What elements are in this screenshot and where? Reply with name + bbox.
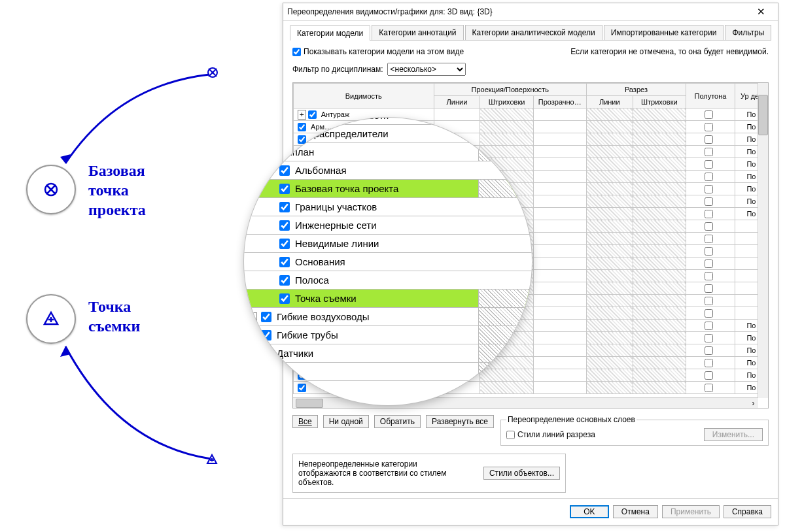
visibility-hint: Если категория не отмечена, то она будет… [570,47,769,56]
lens-row[interactable]: Базовая точка проекта [244,180,532,198]
object-styles-button[interactable]: Стили объектов... [483,467,560,480]
lens-row[interactable]: Альбомная [244,161,532,180]
col-visibility: Видимость [294,84,434,108]
lens-row[interactable]: Датчики [244,344,532,363]
tab-bar: Категории модели Категории аннотаций Кат… [290,25,771,41]
select-all-button[interactable]: Все [292,415,318,428]
lens-row[interactable]: Полоса [244,271,532,290]
dialog-title: Переопределения видимости/графики для: 3… [287,7,493,16]
col-projection: Проекция/Поверхность [434,84,586,96]
basepoint-marker[interactable] [26,165,76,214]
cut-line-styles-checkbox[interactable]: Стили линий разреза [506,430,595,439]
lens-row[interactable]: Границы участков [244,198,532,216]
col-section: Разрез [586,84,686,96]
discipline-filter-select[interactable]: <несколько> [387,63,466,76]
basepoint-label: Базоваяточкапроекта [88,161,146,220]
help-button[interactable]: Справка [724,505,771,518]
dialog-titlebar[interactable]: Переопределения видимости/графики для: 3… [283,3,778,21]
lens-row[interactable]: Невидимые линии [244,235,532,253]
surveypoint-symbol-small [206,454,218,467]
cancel-button[interactable]: Отмена [613,505,658,518]
callout-arrows [0,0,275,532]
col-halftone: Полутона [686,84,735,108]
dialog-footer: OK Отмена Применить Справка [283,498,778,525]
lens-row[interactable]: +Гибкие трубы [244,326,532,344]
magnifier-lens: Воздуховоды по осево…Воздухораспределите… [244,118,532,405]
tab-annotation-categories[interactable]: Категории аннотаций [372,25,463,40]
close-icon[interactable]: ✕ [748,6,774,18]
model-viewport: Базоваяточкапроекта Точкасъемки [0,0,275,532]
surveypoint-label: Точкасъемки [88,297,140,336]
table-row[interactable]: + Антураж [294,108,434,121]
surveypoint-marker[interactable] [26,294,76,344]
tab-filters[interactable]: Фильтры [725,25,771,40]
ok-button[interactable]: OK [570,505,609,518]
show-categories-checkbox[interactable]: Показывать категории модели на этом виде [292,47,464,56]
modify-button[interactable]: Изменить... [704,428,763,441]
tab-analytical-categories[interactable]: Категории аналитической модели [465,25,602,40]
basepoint-symbol-small [207,67,218,80]
apply-button[interactable]: Применить [662,505,720,518]
override-note: Непереопределенные категории отображаютс… [298,459,470,487]
invert-button[interactable]: Обратить [374,415,421,428]
tab-model-categories[interactable]: Категории модели [290,25,370,41]
lens-row[interactable]: Точка съемки [244,290,532,308]
select-none-button[interactable]: Ни одной [323,415,369,428]
lens-row[interactable]: +Гибкие воздуховоды [244,308,532,326]
host-layers-fieldset: Переопределение основных слоев Стили лин… [500,415,769,446]
expand-all-button[interactable]: Развернуть все [426,415,494,428]
tab-imported-categories[interactable]: Импортированные категории [604,25,724,40]
lens-row[interactable]: Основания [244,253,532,271]
lens-row[interactable]: Инженерные сети [244,216,532,235]
discipline-filter-label: Фильтр по дисциплинам: [292,65,383,74]
grid-scrollbar-vertical[interactable] [758,83,768,398]
